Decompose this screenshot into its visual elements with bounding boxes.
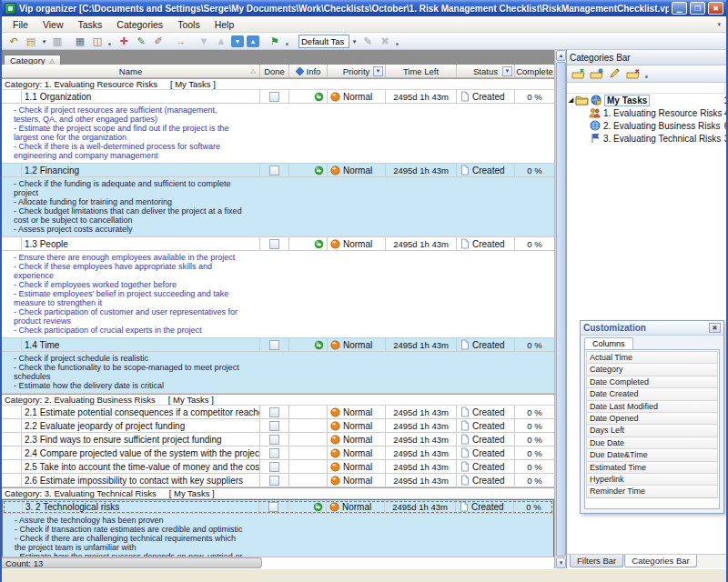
customization-column-item[interactable]: Hyperlink (586, 473, 718, 486)
customization-column-item[interactable]: Actual Time (586, 351, 718, 364)
done-checkbox[interactable] (269, 166, 279, 176)
column-header-complete[interactable]: Complete (515, 65, 554, 77)
new-subcategory-icon[interactable]: d="M1 2.5h4.5L7 4h7v7H1z" fill="#f2c94c"… (589, 66, 604, 81)
dropdown-caret[interactable]: ▾ (40, 34, 48, 48)
status-filter-button[interactable]: ▼ (502, 66, 512, 76)
priority-filter-button[interactable]: ▼ (373, 66, 383, 76)
tree-item-1[interactable]: 1. Evaluating Resource Risks44 (567, 106, 728, 119)
task-row[interactable]: 3. 2 Technological risksNormal2495d 1h 4… (3, 500, 553, 514)
done-checkbox[interactable] (268, 502, 278, 512)
edit-category-icon[interactable] (607, 66, 622, 81)
done-checkbox[interactable] (269, 407, 279, 417)
tab-categories-bar[interactable]: Categories Bar (624, 555, 696, 567)
new-category-icon[interactable]: d="M1 2.5h4.5L7 4h7v7H1z" fill="#f2c94c"… (571, 66, 586, 81)
combo-caret[interactable]: ▾ (350, 34, 359, 48)
pin-icon[interactable] (724, 52, 728, 63)
apply-filter-icon[interactable]: ✎ (359, 34, 376, 48)
customization-column-item[interactable]: Date Opened (586, 412, 718, 425)
scrollbar-thumb[interactable] (556, 62, 566, 557)
tree-column-j[interactable]: J... (724, 83, 728, 93)
add-task-icon[interactable]: ✚ (116, 34, 132, 48)
complete-task-icon[interactable]: → (173, 34, 189, 48)
task-notes[interactable]: - Check if the funding is adequate and s… (2, 177, 554, 237)
scroll-up-icon[interactable]: ▲ (556, 50, 566, 61)
close-button[interactable]: ✖ (708, 2, 723, 15)
task-notes[interactable]: - Ensure there are enough employees avai… (2, 251, 554, 338)
done-checkbox[interactable] (269, 435, 279, 445)
task-notes[interactable]: - Check if project schedule is realistic… (2, 352, 554, 394)
done-checkbox[interactable] (269, 476, 279, 486)
menu-file[interactable]: File (5, 18, 35, 31)
edit-task-icon[interactable]: ✎ (133, 34, 149, 48)
customization-column-item[interactable]: Date Completed (586, 376, 718, 388)
tab-filters-bar[interactable]: Filters Bar (570, 555, 623, 567)
category-group-row[interactable]: Category: 1. Evaluating Resource Risks[ … (2, 78, 554, 90)
column-header-status[interactable]: Status ▼ (457, 65, 515, 77)
category-group-row[interactable]: Category: 2. Evaluating Business Risks[ … (2, 394, 554, 406)
task-template-combo[interactable]: Default Tas (298, 35, 349, 48)
task-row[interactable]: 1.3 PeopleNormal2495d 1h 43mCreated0 % (2, 237, 554, 251)
flag-icon[interactable]: ⚑ (267, 34, 283, 48)
task-row[interactable]: 1.2 FinancingNormal2495d 1h 43mCreated0 … (2, 164, 554, 177)
column-header-time-left[interactable]: Time Left (386, 65, 457, 77)
task-row[interactable]: 2.1 Estimate potential consequences if a… (2, 406, 554, 419)
undo-icon[interactable]: ↶ (5, 34, 22, 48)
sort-desc-icon[interactable]: ▼ (231, 35, 244, 47)
customization-close-icon[interactable]: ✖ (709, 323, 721, 333)
clear-filter-icon[interactable]: ✖ (377, 34, 393, 48)
customization-titlebar[interactable]: Customization ✖ (581, 321, 723, 336)
restore-button[interactable]: ❒ (690, 2, 705, 15)
task-row[interactable]: 1.4 TimeNormal2495d 1h 43mCreated0 % (2, 338, 554, 352)
customization-column-item[interactable]: Reminder Time (586, 485, 718, 497)
done-checkbox[interactable] (269, 239, 279, 249)
done-checkbox[interactable] (269, 421, 279, 431)
done-checkbox[interactable] (269, 448, 279, 458)
customization-column-item[interactable]: Date Created (586, 387, 718, 400)
column-header-priority[interactable]: Priority ▼ (328, 65, 386, 77)
menu-categories[interactable]: Categories (109, 18, 170, 31)
column-header-info[interactable]: Info (289, 65, 328, 77)
print-icon[interactable]: ▦ (72, 34, 88, 48)
done-checkbox[interactable] (269, 462, 279, 472)
task-template-value[interactable]: Default Tas (298, 35, 349, 48)
menu-help[interactable]: Help (207, 18, 242, 31)
menu-overflow-icon[interactable]: ▾ (717, 21, 723, 28)
move-down-icon[interactable]: ▼ (196, 34, 212, 48)
customization-column-item[interactable]: Due Date (586, 436, 718, 449)
delete-category-icon[interactable]: d="M1 2.5h4.5L7 4h7v7H1z" fill="#f2c94c"… (625, 66, 641, 81)
menu-view[interactable]: View (35, 18, 71, 31)
minimize-button[interactable]: ▁ (672, 2, 687, 15)
paste-icon[interactable]: ▥ (49, 34, 66, 48)
menu-tasks[interactable]: Tasks (71, 18, 110, 31)
sort-asc-icon[interactable]: ▲ (247, 35, 259, 47)
preview-icon[interactable]: ◫ (89, 34, 106, 48)
task-notes[interactable]: - Check if project resources are suffici… (2, 104, 554, 164)
scroll-down-icon[interactable]: ▼ (556, 557, 566, 568)
grid-vertical-scrollbar[interactable]: ▲ ▼ (555, 50, 566, 568)
customization-column-item[interactable]: Date Last Modified (586, 400, 718, 413)
task-row[interactable]: 2.2 Evaluate jeopardy of project funding… (2, 419, 554, 433)
task-row[interactable]: 2.3 Find ways to ensure sufficient proje… (2, 433, 554, 447)
done-checkbox[interactable] (269, 340, 279, 350)
task-row[interactable]: 1.1 OrganizationNormal2495d 1h 43mCreate… (2, 90, 554, 104)
task-row[interactable]: 2.5 Take into account the time-value of … (2, 460, 554, 474)
customization-column-item[interactable]: Estimated Time (586, 461, 718, 474)
tree-item-3[interactable]: 3. Evaluating Technical Risks33 (567, 132, 728, 145)
category-group-row[interactable]: Category: 3. Evaluating Technical Risks[… (2, 487, 554, 499)
tree-item-my-tasks[interactable]: ◢My Tasks1313 (567, 94, 728, 106)
new-task-icon[interactable]: ▤ (23, 34, 39, 48)
attach-icon[interactable]: ✐ (150, 34, 167, 48)
tab-columns[interactable]: Columns (584, 337, 633, 349)
task-row[interactable]: 2.4 Compare projected value of the syste… (2, 447, 554, 460)
column-header-name[interactable]: Name △ (2, 65, 260, 77)
done-checkbox[interactable] (269, 92, 279, 102)
task-notes[interactable]: - Assure the technology has been proven-… (3, 514, 553, 557)
menu-tools[interactable]: Tools (170, 18, 207, 31)
customization-column-item[interactable]: Due Date&Time (586, 448, 718, 461)
move-up-icon[interactable]: ▲ (213, 34, 229, 48)
customization-column-item[interactable]: Category (586, 363, 718, 376)
column-header-done[interactable]: Done (260, 65, 289, 77)
tree-item-2[interactable]: 2. Evaluating Business Risks66 (567, 119, 728, 132)
task-row[interactable]: 2.6 Estimate impossibility to contact wi… (2, 474, 554, 487)
customization-column-item[interactable]: Days Left (586, 424, 718, 436)
